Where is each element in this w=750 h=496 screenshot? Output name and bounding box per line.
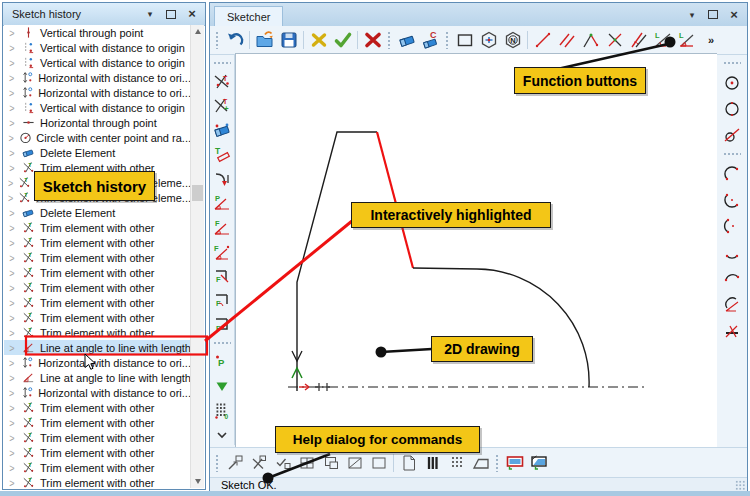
history-item[interactable]: >TTrim element with other [4, 445, 191, 460]
chevron-down-icon[interactable] [211, 425, 234, 445]
expand-chevron-icon[interactable]: > [4, 57, 20, 69]
history-item[interactable]: >TTrim element with other [4, 295, 191, 310]
scroll-up-icon[interactable] [191, 25, 204, 38]
expand-chevron-icon[interactable]: > [4, 72, 19, 84]
toolbar-grip[interactable] [213, 341, 231, 346]
pan-check-icon[interactable] [271, 452, 294, 474]
p-angle-icon[interactable]: P [211, 193, 234, 213]
drawing-canvas[interactable] [235, 53, 717, 448]
window-plain-icon[interactable] [367, 452, 390, 474]
history-item[interactable]: >Line at angle to line with length [4, 370, 191, 385]
circle-tangent-icon[interactable] [721, 124, 744, 146]
expand-chevron-icon[interactable]: > [4, 282, 20, 294]
circle-icon[interactable] [721, 98, 744, 120]
history-item[interactable]: >TTrim element with other [4, 415, 191, 430]
expand-chevron-icon[interactable]: > [4, 327, 20, 339]
expand-chevron-icon[interactable]: > [4, 237, 20, 249]
maximize-icon[interactable] [706, 8, 720, 22]
tab-sketcher[interactable]: Sketcher [214, 6, 283, 26]
history-item[interactable]: >Vertical through point [4, 25, 191, 40]
arc-1-icon[interactable] [721, 163, 744, 185]
history-item[interactable]: >TTrim element with other [4, 400, 191, 415]
history-item[interactable]: >Vertical with distance to origin [4, 100, 191, 115]
expand-chevron-icon[interactable]: > [4, 342, 20, 354]
angle-line-icon[interactable] [579, 29, 602, 51]
toolbar-grip[interactable] [723, 61, 741, 66]
green-triangle-down-icon[interactable] [211, 376, 234, 396]
eraser-c-icon[interactable]: C [419, 29, 442, 51]
zoom-cross-icon[interactable] [247, 452, 270, 474]
accept-icon[interactable] [331, 29, 354, 51]
expand-chevron-icon[interactable]: > [4, 207, 20, 219]
expand-chevron-icon[interactable]: > [4, 402, 20, 414]
history-item[interactable]: >TTrim element with other [4, 310, 191, 325]
history-item[interactable]: >Horizontal with distance to ori... [4, 70, 191, 85]
window-small-icon[interactable] [319, 452, 342, 474]
screen-red-icon[interactable] [503, 452, 526, 474]
expand-chevron-icon[interactable]: > [4, 42, 20, 54]
corner-arrow-icon[interactable] [211, 169, 234, 189]
hexagon-h-icon[interactable] [477, 29, 500, 51]
history-item[interactable]: >Delete Element [4, 145, 191, 160]
history-item[interactable]: >Vertical with distance to origin [4, 55, 191, 70]
rectangle-icon[interactable] [453, 29, 476, 51]
close-icon[interactable]: × [727, 8, 741, 22]
double-angle-line-icon[interactable] [627, 29, 650, 51]
close-icon[interactable]: × [185, 7, 199, 21]
sketcher-titlebar[interactable]: Sketcher ▾ × [210, 3, 747, 27]
maximize-icon[interactable] [164, 7, 178, 21]
cross-lines-icon[interactable] [603, 29, 626, 51]
point-p-icon[interactable]: P [211, 352, 234, 372]
f-angle-2-icon[interactable]: F [211, 242, 234, 262]
expand-chevron-icon[interactable]: > [4, 462, 20, 474]
history-item[interactable]: >TTrim element with other [4, 325, 191, 340]
expand-chevron-icon[interactable]: > [4, 267, 20, 279]
toolbar-grip[interactable] [495, 454, 500, 472]
f-corner-2-icon[interactable]: F [211, 290, 234, 310]
expand-chevron-icon[interactable]: > [4, 117, 20, 129]
expand-chevron-icon[interactable]: > [4, 177, 17, 189]
zoom-window-icon[interactable] [223, 452, 246, 474]
arc-3-icon[interactable] [721, 215, 744, 237]
window-diag-icon[interactable] [343, 452, 366, 474]
expand-chevron-icon[interactable]: > [4, 102, 20, 114]
menu-icon[interactable]: ▾ [143, 7, 157, 21]
axis-line-icon[interactable] [721, 319, 744, 341]
history-item[interactable]: >Delete Element [4, 205, 191, 220]
history-item[interactable]: >TTrim element with other [4, 265, 191, 280]
expand-chevron-icon[interactable]: > [4, 357, 19, 369]
history-item[interactable]: >Horizontal with distance to ori... [4, 355, 191, 370]
menu-icon[interactable]: ▾ [685, 8, 699, 22]
expand-chevron-icon[interactable]: > [4, 432, 20, 444]
history-item-selected[interactable]: >Line at angle to line with length [4, 340, 191, 355]
length-angle-2-icon[interactable]: L [675, 29, 698, 51]
scroll-thumb[interactable] [192, 185, 203, 201]
history-item[interactable]: >Horizontal through point [4, 115, 191, 130]
history-item[interactable]: >Vertical with distance to origin [4, 40, 191, 55]
grid-window-icon[interactable] [295, 452, 318, 474]
toolbar-grip[interactable] [213, 61, 231, 66]
undo-icon[interactable] [223, 29, 246, 51]
history-item[interactable]: >Horizontal with distance to ori... [4, 385, 191, 400]
page-fold-icon[interactable] [397, 452, 420, 474]
expand-chevron-icon[interactable]: > [4, 297, 20, 309]
tangent-line-icon[interactable]: T [211, 145, 234, 165]
bars-icon[interactable] [421, 452, 444, 474]
expand-chevron-icon[interactable]: > [4, 312, 20, 324]
history-item[interactable]: >Circle with center point and ra... [4, 130, 191, 145]
history-item[interactable]: >TTrim element with other [4, 235, 191, 250]
f-corner-3-icon[interactable]: F [211, 315, 234, 335]
history-item[interactable]: >Horizontal with distance to ori... [4, 85, 191, 100]
f-angle-1-icon[interactable]: F [211, 218, 234, 238]
arc-2-icon[interactable] [721, 189, 744, 211]
discard-icon[interactable] [307, 29, 330, 51]
expand-chevron-icon[interactable]: > [4, 192, 17, 204]
expand-chevron-icon[interactable]: > [4, 252, 20, 264]
expand-chevron-icon[interactable]: > [4, 27, 20, 39]
history-scrollbar[interactable] [190, 25, 204, 488]
trim-t-plus-icon[interactable]: T+ [211, 96, 234, 116]
toolbar-grip[interactable] [215, 31, 220, 49]
expand-chevron-icon[interactable]: > [4, 447, 20, 459]
screen-blue-icon[interactable] [527, 452, 550, 474]
expand-chevron-icon[interactable]: > [4, 417, 20, 429]
